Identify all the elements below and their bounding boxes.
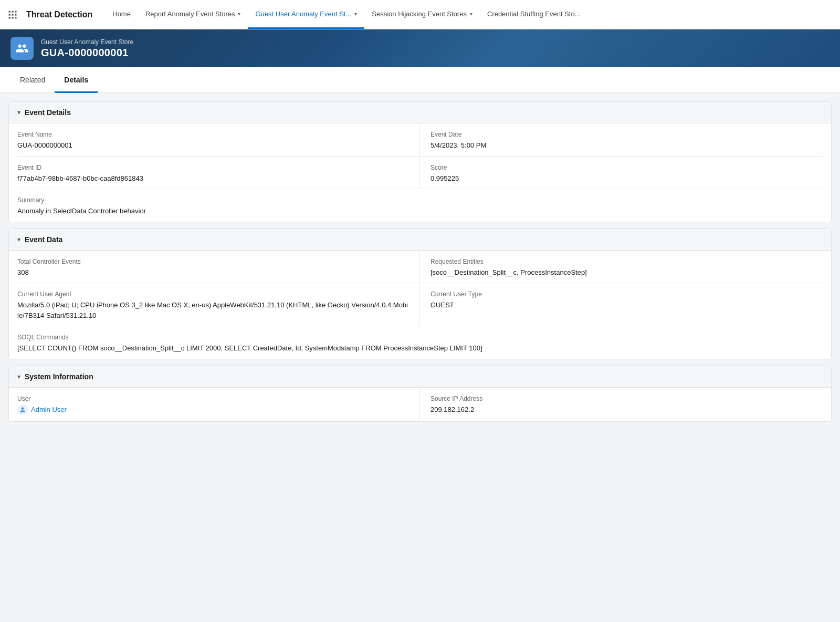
nav-tab-report-anomaly-chevron: ▾ bbox=[238, 11, 240, 17]
source-ip-label: Source IP Address bbox=[430, 395, 823, 402]
admin-user-name: Admin User bbox=[31, 405, 67, 415]
source-ip-value: 209.182.162.2 bbox=[430, 405, 823, 415]
nav-tab-session-hijacking-chevron: ▾ bbox=[470, 11, 472, 17]
current-user-agent-label: Current User Agent bbox=[17, 291, 409, 298]
event-data-body: Total Controller Events 308 Requested En… bbox=[9, 251, 831, 359]
current-user-type-label: Current User Type bbox=[430, 291, 823, 298]
system-information-grid: User Admin User bbox=[17, 388, 823, 422]
top-nav: Threat Detection Home Report Anomaly Eve… bbox=[0, 0, 840, 29]
svg-rect-6 bbox=[9, 17, 10, 18]
tab-related-label: Related bbox=[20, 76, 45, 84]
nav-tab-home-label: Home bbox=[112, 10, 131, 18]
summary-label: Summary bbox=[17, 196, 823, 204]
event-details-header[interactable]: ▾ Event Details bbox=[9, 102, 831, 123]
system-information-body: User Admin User bbox=[9, 388, 831, 422]
nav-tab-report-anomaly-label: Report Anomaly Event Stores bbox=[145, 10, 235, 18]
nav-tab-guest-user-label: Guest User Anomaly Event St... bbox=[255, 10, 351, 18]
svg-rect-2 bbox=[15, 11, 16, 12]
event-id-field: Event ID f77ab4b7-98bb-4687-b0bc-caa8fd8… bbox=[17, 157, 420, 190]
event-details-body: Event Name GUA-0000000001 Event Date 5/4… bbox=[9, 123, 831, 222]
score-label: Score bbox=[430, 164, 823, 171]
current-user-type-field: Current User Type GUEST bbox=[420, 283, 823, 326]
nav-tab-credential-stuffing-label: Credential Stuffing Event Sto... bbox=[487, 10, 581, 18]
event-id-value: f77ab4b7-98bb-4687-b0bc-caa8fd861843 bbox=[17, 173, 409, 184]
system-information-chevron: ▾ bbox=[17, 373, 20, 380]
nav-tab-credential-stuffing[interactable]: Credential Stuffing Event Sto... bbox=[480, 0, 588, 29]
event-data-grid: Total Controller Events 308 Requested En… bbox=[17, 251, 823, 359]
total-controller-events-value: 308 bbox=[17, 267, 409, 278]
main-content: Related Details ▾ Event Details Event Na… bbox=[0, 67, 840, 622]
current-user-type-value: GUEST bbox=[430, 300, 823, 310]
app-name: Threat Detection bbox=[26, 10, 92, 19]
svg-rect-0 bbox=[9, 11, 10, 12]
nav-tab-session-hijacking[interactable]: Session Hijacking Event Stores ▾ bbox=[364, 0, 480, 29]
event-data-header[interactable]: ▾ Event Data bbox=[9, 229, 831, 251]
soql-commands-value: [SELECT COUNT() FROM soco__Destination_S… bbox=[17, 343, 823, 354]
nav-tab-guest-user-chevron: ▾ bbox=[354, 11, 357, 17]
system-information-header[interactable]: ▾ System Information bbox=[9, 366, 831, 388]
svg-rect-7 bbox=[12, 17, 13, 18]
nav-tab-session-hijacking-label: Session Hijacking Event Stores bbox=[372, 10, 467, 18]
tab-related[interactable]: Related bbox=[10, 67, 55, 93]
nav-tabs: Home Report Anomaly Event Stores ▾ Guest… bbox=[105, 0, 840, 29]
user-value: Admin User bbox=[17, 405, 409, 416]
svg-rect-1 bbox=[12, 11, 13, 12]
event-details-grid: Event Name GUA-0000000001 Event Date 5/4… bbox=[17, 123, 823, 222]
source-ip-field: Source IP Address 209.182.162.2 bbox=[420, 388, 823, 422]
sections-wrapper: ▾ Event Details Event Name GUA-000000000… bbox=[0, 93, 840, 437]
admin-user-link[interactable]: Admin User bbox=[17, 405, 67, 415]
summary-value: Anomaly in SelectData Controller behavio… bbox=[17, 206, 823, 216]
page-header-text: Guest User Anomaly Event Store GUA-00000… bbox=[41, 38, 133, 59]
event-details-section: ▾ Event Details Event Name GUA-000000000… bbox=[8, 101, 832, 222]
svg-rect-3 bbox=[9, 14, 10, 15]
grid-icon[interactable] bbox=[4, 6, 21, 23]
event-name-value: GUA-0000000001 bbox=[17, 140, 409, 151]
total-controller-events-field: Total Controller Events 308 bbox=[17, 251, 420, 284]
current-user-agent-value: Mozilla/5.0 (iPad; U; CPU iPhone OS 3_2 … bbox=[17, 300, 409, 320]
soql-commands-label: SOQL Commands bbox=[17, 334, 823, 341]
event-name-field: Event Name GUA-0000000001 bbox=[17, 123, 420, 157]
admin-user-avatar bbox=[17, 405, 28, 415]
nav-tab-home[interactable]: Home bbox=[105, 0, 138, 29]
requested-entities-field: Requested Entities [soco__Destination_Sp… bbox=[420, 251, 823, 284]
nav-tab-report-anomaly[interactable]: Report Anomaly Event Stores ▾ bbox=[138, 0, 248, 29]
page-header-title: GUA-0000000001 bbox=[41, 47, 133, 59]
total-controller-events-label: Total Controller Events bbox=[17, 258, 409, 265]
svg-rect-8 bbox=[15, 17, 16, 18]
requested-entities-value: [soco__Destination_Split__c, ProcessInst… bbox=[430, 267, 823, 278]
tab-details[interactable]: Details bbox=[55, 67, 98, 93]
page-header-subtitle: Guest User Anomaly Event Store bbox=[41, 38, 133, 46]
event-details-chevron: ▾ bbox=[17, 109, 20, 116]
system-information-title: System Information bbox=[25, 372, 93, 381]
event-data-chevron: ▾ bbox=[17, 236, 20, 243]
user-label: User bbox=[17, 395, 409, 402]
page-header-icon bbox=[10, 37, 34, 60]
summary-field: Summary Anomaly in SelectData Controller… bbox=[17, 189, 823, 222]
event-data-section: ▾ Event Data Total Controller Events 308… bbox=[8, 229, 832, 359]
event-date-field: Event Date 5/4/2023, 5:00 PM bbox=[420, 123, 823, 157]
system-information-section: ▾ System Information User bbox=[8, 366, 832, 422]
event-date-value: 5/4/2023, 5:00 PM bbox=[430, 140, 823, 151]
event-id-label: Event ID bbox=[17, 164, 409, 171]
tab-details-label: Details bbox=[64, 76, 88, 84]
svg-rect-5 bbox=[15, 14, 16, 15]
user-field: User Admin User bbox=[17, 388, 420, 422]
current-user-agent-field: Current User Agent Mozilla/5.0 (iPad; U;… bbox=[17, 283, 420, 326]
page-header: Guest User Anomaly Event Store GUA-00000… bbox=[0, 29, 840, 67]
event-date-label: Event Date bbox=[430, 131, 823, 138]
event-data-title: Event Data bbox=[25, 235, 62, 244]
requested-entities-label: Requested Entities bbox=[430, 258, 823, 265]
nav-tab-guest-user[interactable]: Guest User Anomaly Event St... ▾ bbox=[248, 0, 364, 29]
event-details-title: Event Details bbox=[25, 108, 71, 117]
score-value: 0.995225 bbox=[430, 173, 823, 184]
content-tabs: Related Details bbox=[0, 67, 840, 93]
svg-rect-4 bbox=[12, 14, 13, 15]
score-field: Score 0.995225 bbox=[420, 157, 823, 190]
soql-commands-field: SOQL Commands [SELECT COUNT() FROM soco_… bbox=[17, 326, 823, 359]
event-name-label: Event Name bbox=[17, 131, 409, 138]
